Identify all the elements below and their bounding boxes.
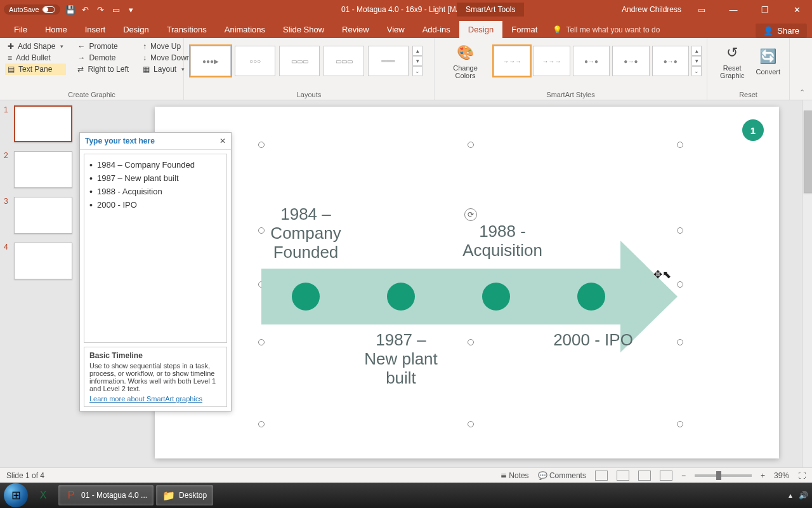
gallery-down-icon[interactable]: ▾: [691, 56, 702, 66]
task-powerpoint[interactable]: P01 - Motagua 4.0 ...: [58, 485, 154, 505]
sorter-view-icon[interactable]: [617, 471, 629, 481]
text-pane-list[interactable]: 1984 – Company Founded1987 – New plant b…: [84, 154, 227, 343]
slide-thumbnail[interactable]: [14, 197, 72, 234]
zoom-out-icon[interactable]: −: [681, 471, 686, 480]
vertical-scrollbar[interactable]: [802, 100, 812, 483]
windows-taskbar: ⊞ X P01 - Motagua 4.0 ... 📁Desktop ▴ 🔊: [0, 483, 812, 508]
task-explorer[interactable]: 📁Desktop: [156, 485, 213, 505]
normal-view-icon[interactable]: [595, 471, 608, 481]
zoom-in-icon[interactable]: +: [761, 471, 765, 480]
group-styles: SmartArt Styles: [435, 91, 707, 98]
slideshow-view-icon[interactable]: [660, 471, 672, 481]
zoom-level[interactable]: 39%: [774, 471, 789, 480]
layout-option[interactable]: ═══: [368, 46, 409, 76]
demote-button[interactable]: → Demote: [75, 52, 131, 64]
autosave-toggle[interactable]: AutoSave: [4, 4, 60, 15]
close-icon[interactable]: ✕: [785, 0, 808, 19]
rotate-handle-icon[interactable]: ⟳: [464, 208, 477, 221]
style-option[interactable]: ●→●: [612, 46, 649, 76]
text-pane-item[interactable]: 2000 - IPO: [89, 198, 221, 211]
style-option[interactable]: ●→●: [573, 46, 610, 76]
minimize-icon[interactable]: —: [722, 0, 745, 19]
style-option[interactable]: →→→: [533, 46, 570, 76]
present-icon[interactable]: ▭: [111, 4, 121, 15]
convert-button[interactable]: 🔄Convert: [752, 41, 784, 81]
learn-more-link[interactable]: Learn more about SmartArt graphics: [89, 395, 202, 403]
share-button[interactable]: 👤 Share: [756, 23, 807, 38]
slide-thumbnail[interactable]: [14, 105, 72, 142]
tab-slideshow[interactable]: Slide Show: [274, 21, 333, 38]
tab-view[interactable]: View: [378, 21, 414, 38]
start-button[interactable]: ⊞: [4, 483, 28, 507]
reset-icon: ↺: [722, 43, 742, 63]
tab-transitions[interactable]: Transitions: [158, 21, 216, 38]
save-icon[interactable]: 💾: [65, 4, 75, 15]
slide-thumbnail[interactable]: [14, 243, 72, 279]
timeline-node[interactable]: [482, 283, 510, 311]
tab-smartart-design[interactable]: Design: [459, 21, 502, 38]
rtl-button[interactable]: ⇄ Right to Left: [75, 64, 131, 75]
qat-more-icon[interactable]: ▾: [126, 4, 136, 15]
tray-volume-icon[interactable]: 🔊: [799, 491, 808, 500]
reading-view-icon[interactable]: [638, 471, 651, 481]
tab-design[interactable]: Design: [114, 21, 157, 38]
convert-icon: 🔄: [758, 46, 778, 67]
add-bullet-button[interactable]: ≡ Add Bullet: [5, 52, 66, 64]
gallery-up-icon[interactable]: ▴: [412, 46, 422, 56]
tab-insert[interactable]: Insert: [76, 21, 115, 38]
text-pane-description: Basic Timeline Use to show sequential st…: [84, 347, 227, 407]
style-option[interactable]: →→→: [494, 46, 530, 76]
excel-icon: X: [37, 489, 49, 502]
tab-animations[interactable]: Animations: [216, 21, 274, 38]
timeline-arrow[interactable]: [261, 269, 680, 324]
gallery-up-icon[interactable]: ▴: [691, 46, 702, 56]
thumb-number: 2: [4, 151, 11, 160]
gallery-down-icon[interactable]: ▾: [412, 56, 422, 66]
redo-icon[interactable]: ↷: [96, 4, 106, 15]
text-pane-button[interactable]: ▤ Text Pane: [5, 64, 66, 75]
tab-home[interactable]: Home: [36, 21, 76, 38]
collapse-ribbon-icon[interactable]: ⌃: [799, 88, 809, 98]
reset-graphic-button[interactable]: ↺Reset Graphic: [712, 41, 752, 81]
tab-review[interactable]: Review: [333, 21, 378, 38]
undo-icon[interactable]: ↶: [81, 4, 91, 15]
timeline-label[interactable]: 1987 –New plantbuilt: [357, 331, 445, 388]
slide-thumbnail[interactable]: [14, 151, 72, 188]
timeline-node[interactable]: [577, 283, 605, 311]
powerpoint-icon: P: [65, 489, 77, 502]
add-shape-button[interactable]: ✚ Add Shape▾: [5, 41, 66, 52]
text-pane-close-icon[interactable]: ✕: [219, 137, 226, 145]
text-pane-item[interactable]: 1988 - Acquisition: [89, 185, 221, 198]
timeline-node[interactable]: [292, 283, 320, 311]
maximize-icon[interactable]: ❐: [754, 0, 776, 19]
tab-file[interactable]: File: [5, 21, 36, 38]
layout-option[interactable]: ▭▭▭: [324, 46, 364, 76]
timeline-node[interactable]: [387, 283, 415, 311]
zoom-slider[interactable]: [695, 474, 752, 477]
layout-option[interactable]: ●●●▶: [190, 46, 231, 76]
text-pane-item[interactable]: 1987 – New plant built: [89, 171, 221, 185]
tab-smartart-format[interactable]: Format: [502, 21, 546, 38]
timeline-label[interactable]: 1988 -Acquisition: [452, 222, 553, 260]
slide-canvas[interactable]: 1 ⟳ 1984 –CompanyFounde: [155, 107, 779, 458]
comments-button[interactable]: 💬 Comments: [538, 471, 586, 480]
promote-button[interactable]: ← Promote: [75, 41, 131, 52]
text-pane[interactable]: Type your text here✕ 1984 – Company Foun…: [79, 132, 232, 411]
tray-up-icon[interactable]: ▴: [789, 491, 792, 500]
tell-me-search[interactable]: 💡 Tell me what you want to do: [546, 22, 666, 38]
timeline-label[interactable]: 1984 –CompanyFounded: [261, 205, 350, 262]
tab-addins[interactable]: Add-ins: [414, 21, 459, 38]
task-excel[interactable]: X: [30, 485, 56, 505]
style-option[interactable]: ●→●: [652, 46, 689, 76]
layout-option[interactable]: ▭▭▭: [279, 46, 320, 76]
gallery-more-icon[interactable]: ⌄: [412, 66, 422, 76]
text-pane-item[interactable]: 1984 – Company Founded: [89, 158, 221, 171]
smartart-frame[interactable]: ⟳ 1984 –CompanyFounded 1988 -Acquisition…: [261, 145, 680, 424]
notes-button[interactable]: ≣ Notes: [501, 471, 529, 480]
ribbon-options-icon[interactable]: ▭: [690, 0, 713, 19]
change-colors-button[interactable]: 🎨 Change Colors: [440, 41, 491, 81]
timeline-label[interactable]: 2000 - IPO: [546, 331, 641, 350]
gallery-more-icon[interactable]: ⌄: [691, 66, 702, 76]
fit-window-icon[interactable]: ⛶: [798, 471, 806, 480]
layout-option[interactable]: ○○○: [235, 46, 275, 76]
